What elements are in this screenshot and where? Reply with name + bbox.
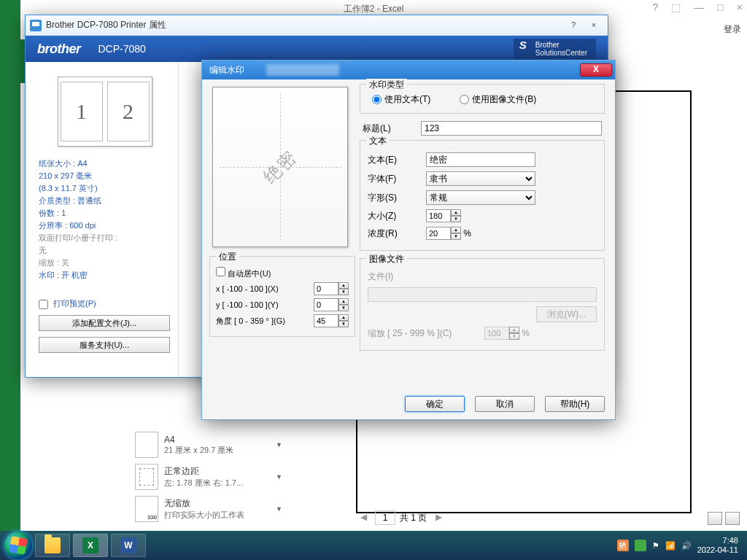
title-input[interactable] — [421, 121, 602, 136]
show-margins-toggle[interactable] — [708, 512, 722, 525]
tray-volume-icon[interactable]: 🔊 — [681, 541, 692, 551]
spin-down-icon[interactable]: ▼ — [451, 233, 461, 240]
style-label: 字形(S) — [368, 192, 426, 204]
cancel-button[interactable]: 取消 — [475, 396, 535, 412]
props-help-icon[interactable]: ? — [564, 19, 583, 32]
setting-scale[interactable]: 100 无缩放 打印实际大小的工作表 ▼ — [130, 493, 287, 525]
ok-button[interactable]: 确定 — [405, 396, 465, 412]
folder-icon — [44, 537, 61, 553]
solutions-line2: SolutionsCenter — [535, 49, 587, 57]
props-titlebar[interactable]: Brother DCP-7080 Printer 属性 ? × — [26, 15, 608, 36]
ime-badge[interactable]: 栖 — [617, 540, 629, 551]
prev-page-button[interactable]: ◀ — [356, 510, 371, 525]
start-button[interactable] — [4, 532, 32, 559]
pos-y-input[interactable] — [314, 298, 338, 311]
spin-down-icon[interactable]: ▼ — [338, 289, 349, 295]
info-copies: 份数 : 1 — [39, 208, 171, 219]
type-legend: 水印类型 — [366, 79, 407, 91]
img-zoom-suffix: % — [522, 328, 530, 338]
zoom-to-page-toggle[interactable] — [725, 512, 740, 525]
text-input[interactable] — [426, 152, 535, 167]
text-legend: 文本 — [366, 135, 390, 147]
scale-title: 无缩放 — [164, 497, 270, 510]
info-paper-size: 纸张大小 : A4 — [39, 158, 171, 169]
edit-watermark-dialog: 编辑水印 X 绝密 位置 自动居中(U) x [ -100 - 100 ](X)… — [201, 60, 616, 420]
setting-paper-size[interactable]: A4 21 厘米 x 29.7 厘米 ▼ — [130, 429, 287, 461]
page-total-label: 共 1 页 — [400, 512, 427, 524]
restore-icon[interactable]: □ — [717, 1, 723, 13]
spin-up-icon[interactable]: ▲ — [451, 209, 461, 216]
watermark-preview-text: 绝密 — [258, 145, 301, 188]
pos-x-input[interactable] — [314, 282, 338, 295]
solutions-center-link[interactable]: Brother SolutionsCenter — [514, 39, 596, 59]
next-page-button[interactable]: ▶ — [431, 510, 446, 525]
spin-up-icon[interactable]: ▲ — [338, 314, 349, 321]
spin-down-icon[interactable]: ▼ — [338, 305, 349, 311]
browse-button: 浏览(W)... — [536, 306, 597, 322]
print-settings-list: A4 21 厘米 x 29.7 厘米 ▼ 正常边距 左: 1.78 厘米 右: … — [130, 429, 287, 525]
pos-angle-input[interactable] — [314, 314, 338, 327]
zoom-view-buttons — [708, 512, 740, 525]
use-image-label: 使用图像文件(B) — [472, 93, 536, 106]
style-select[interactable]: 常规 — [426, 190, 535, 205]
pos-angle-label: 角度 [ 0 - 359 ° ](G) — [216, 316, 311, 327]
print-preview-checkbox[interactable]: 打印预览(P) — [39, 299, 96, 308]
add-profile-button[interactable]: 添加配置文件(J)... — [39, 315, 170, 331]
spin-down-icon[interactable]: ▼ — [451, 216, 461, 222]
use-image-radio[interactable]: 使用图像文件(B) — [460, 93, 536, 106]
density-label: 浓度(R) — [368, 228, 426, 240]
excel-login-link[interactable]: 登录 — [724, 23, 741, 36]
info-watermark: 水印 : 开 机密 — [39, 270, 171, 281]
spin-up-icon[interactable]: ▲ — [338, 282, 349, 289]
margins-detail: 左: 1.78 厘米 右: 1.7... — [164, 478, 270, 489]
info-dpi: 分辨率 : 600 dpi — [39, 220, 171, 231]
help-icon[interactable]: ? — [653, 1, 659, 13]
brother-header: brother DCP-7080 Brother SolutionsCenter — [26, 36, 608, 62]
use-text-radio[interactable]: 使用文本(T) — [372, 93, 430, 106]
thumb-page-2: 2 — [107, 82, 150, 141]
props-close-icon[interactable]: × — [584, 19, 603, 32]
preview-pager: ◀ 1 共 1 页 ▶ — [356, 510, 446, 525]
wm-title-text: 编辑水印 — [209, 64, 244, 77]
density-input[interactable] — [426, 227, 451, 240]
size-input[interactable] — [426, 209, 451, 222]
close-icon[interactable]: × — [737, 1, 743, 13]
page-number-input[interactable]: 1 — [375, 510, 395, 525]
wm-titlebar[interactable]: 编辑水印 X — [202, 61, 615, 79]
spin-up-icon[interactable]: ▲ — [451, 227, 461, 233]
tray-network-icon[interactable]: 📶 — [665, 541, 676, 551]
tray-flag-icon[interactable]: ⚑ — [652, 541, 659, 551]
font-label: 字体(F) — [368, 173, 426, 185]
file-label: 文件(I) — [368, 271, 426, 283]
position-legend: 位置 — [216, 251, 239, 263]
info-paper-in: (8.3 x 11.7 英寸) — [39, 183, 171, 194]
setting-margins[interactable]: 正常边距 左: 1.78 厘米 右: 1.7... ▼ — [130, 461, 287, 493]
margins-title: 正常边距 — [164, 465, 270, 478]
support-button[interactable]: 服务支持(U)... — [39, 337, 170, 353]
fullscreen-icon[interactable]: ⬚ — [671, 1, 681, 13]
info-zoom: 缩放 : 关 — [39, 257, 171, 268]
minimize-icon[interactable]: — — [694, 1, 704, 13]
auto-center-checkbox[interactable]: 自动居中(U) — [216, 267, 349, 279]
system-tray: 栖 ⚑ 📶 🔊 7:48 2022-04-11 — [617, 536, 743, 555]
taskbar-explorer[interactable] — [35, 534, 70, 557]
brother-logo: brother — [37, 42, 81, 57]
pos-y-label: y [ -100 - 100 ](Y) — [216, 300, 311, 309]
excel-window-controls: ? ⬚ — □ × — [653, 1, 743, 13]
spin-up-icon[interactable]: ▲ — [338, 298, 349, 305]
help-button[interactable]: 帮助(H) — [545, 396, 605, 412]
thumb-page-1: 1 — [61, 82, 103, 141]
wm-close-button[interactable]: X — [580, 63, 612, 77]
spin-down-icon[interactable]: ▼ — [338, 321, 349, 327]
taskbar-word[interactable]: W — [111, 534, 146, 557]
info-duplex-val: 无 — [39, 245, 171, 256]
watermark-preview: 绝密 — [212, 87, 348, 247]
font-select[interactable]: 隶书 — [426, 171, 535, 186]
printer-icon — [30, 20, 42, 31]
tray-icon[interactable] — [635, 540, 646, 551]
taskbar-clock[interactable]: 7:48 2022-04-11 — [697, 536, 743, 555]
taskbar-excel[interactable]: X — [73, 534, 108, 557]
paper-detail: 21 厘米 x 29.7 厘米 — [164, 445, 270, 456]
use-text-label: 使用文本(T) — [384, 93, 430, 106]
info-media: 介质类型 : 普通纸 — [39, 195, 171, 206]
